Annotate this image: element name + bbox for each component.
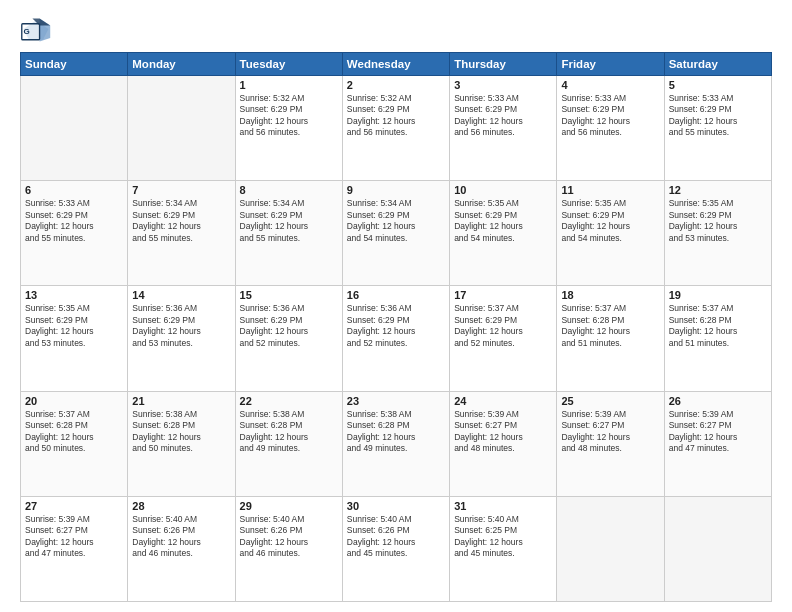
day-cell: 19Sunrise: 5:37 AMSunset: 6:28 PMDayligh… xyxy=(664,286,771,391)
day-cell: 9Sunrise: 5:34 AMSunset: 6:29 PMDaylight… xyxy=(342,181,449,286)
day-info: Sunrise: 5:39 AMSunset: 6:27 PMDaylight:… xyxy=(561,409,659,455)
day-number: 8 xyxy=(240,184,338,196)
day-cell: 8Sunrise: 5:34 AMSunset: 6:29 PMDaylight… xyxy=(235,181,342,286)
day-number: 23 xyxy=(347,395,445,407)
day-number: 22 xyxy=(240,395,338,407)
day-number: 7 xyxy=(132,184,230,196)
day-number: 31 xyxy=(454,500,552,512)
day-number: 1 xyxy=(240,79,338,91)
weekday-sunday: Sunday xyxy=(21,53,128,76)
day-info: Sunrise: 5:38 AMSunset: 6:28 PMDaylight:… xyxy=(240,409,338,455)
svg-text:G: G xyxy=(24,27,30,36)
day-number: 4 xyxy=(561,79,659,91)
day-number: 30 xyxy=(347,500,445,512)
weekday-wednesday: Wednesday xyxy=(342,53,449,76)
day-cell xyxy=(664,496,771,601)
day-number: 15 xyxy=(240,289,338,301)
day-cell: 23Sunrise: 5:38 AMSunset: 6:28 PMDayligh… xyxy=(342,391,449,496)
day-cell: 14Sunrise: 5:36 AMSunset: 6:29 PMDayligh… xyxy=(128,286,235,391)
day-cell: 26Sunrise: 5:39 AMSunset: 6:27 PMDayligh… xyxy=(664,391,771,496)
day-info: Sunrise: 5:39 AMSunset: 6:27 PMDaylight:… xyxy=(25,514,123,560)
day-number: 16 xyxy=(347,289,445,301)
day-number: 21 xyxy=(132,395,230,407)
day-cell: 24Sunrise: 5:39 AMSunset: 6:27 PMDayligh… xyxy=(450,391,557,496)
day-info: Sunrise: 5:33 AMSunset: 6:29 PMDaylight:… xyxy=(25,198,123,244)
day-info: Sunrise: 5:37 AMSunset: 6:28 PMDaylight:… xyxy=(669,303,767,349)
day-cell: 17Sunrise: 5:37 AMSunset: 6:29 PMDayligh… xyxy=(450,286,557,391)
header: G xyxy=(20,16,772,44)
day-info: Sunrise: 5:39 AMSunset: 6:27 PMDaylight:… xyxy=(669,409,767,455)
day-info: Sunrise: 5:33 AMSunset: 6:29 PMDaylight:… xyxy=(454,93,552,139)
day-cell: 4Sunrise: 5:33 AMSunset: 6:29 PMDaylight… xyxy=(557,76,664,181)
day-info: Sunrise: 5:36 AMSunset: 6:29 PMDaylight:… xyxy=(240,303,338,349)
week-row-1: 1Sunrise: 5:32 AMSunset: 6:29 PMDaylight… xyxy=(21,76,772,181)
day-cell: 10Sunrise: 5:35 AMSunset: 6:29 PMDayligh… xyxy=(450,181,557,286)
calendar-table: SundayMondayTuesdayWednesdayThursdayFrid… xyxy=(20,52,772,602)
day-number: 18 xyxy=(561,289,659,301)
day-number: 26 xyxy=(669,395,767,407)
day-info: Sunrise: 5:40 AMSunset: 6:26 PMDaylight:… xyxy=(132,514,230,560)
day-cell: 6Sunrise: 5:33 AMSunset: 6:29 PMDaylight… xyxy=(21,181,128,286)
day-number: 6 xyxy=(25,184,123,196)
day-info: Sunrise: 5:34 AMSunset: 6:29 PMDaylight:… xyxy=(347,198,445,244)
weekday-thursday: Thursday xyxy=(450,53,557,76)
page: G SundayMondayTuesdayWednesdayThursdayFr… xyxy=(0,0,792,612)
day-cell: 20Sunrise: 5:37 AMSunset: 6:28 PMDayligh… xyxy=(21,391,128,496)
day-info: Sunrise: 5:36 AMSunset: 6:29 PMDaylight:… xyxy=(347,303,445,349)
day-cell: 21Sunrise: 5:38 AMSunset: 6:28 PMDayligh… xyxy=(128,391,235,496)
day-cell: 13Sunrise: 5:35 AMSunset: 6:29 PMDayligh… xyxy=(21,286,128,391)
day-cell xyxy=(21,76,128,181)
day-number: 24 xyxy=(454,395,552,407)
day-cell: 1Sunrise: 5:32 AMSunset: 6:29 PMDaylight… xyxy=(235,76,342,181)
day-number: 19 xyxy=(669,289,767,301)
day-cell: 11Sunrise: 5:35 AMSunset: 6:29 PMDayligh… xyxy=(557,181,664,286)
day-number: 17 xyxy=(454,289,552,301)
day-info: Sunrise: 5:32 AMSunset: 6:29 PMDaylight:… xyxy=(240,93,338,139)
day-info: Sunrise: 5:33 AMSunset: 6:29 PMDaylight:… xyxy=(561,93,659,139)
day-cell: 5Sunrise: 5:33 AMSunset: 6:29 PMDaylight… xyxy=(664,76,771,181)
day-number: 20 xyxy=(25,395,123,407)
day-info: Sunrise: 5:37 AMSunset: 6:29 PMDaylight:… xyxy=(454,303,552,349)
day-info: Sunrise: 5:33 AMSunset: 6:29 PMDaylight:… xyxy=(669,93,767,139)
day-info: Sunrise: 5:39 AMSunset: 6:27 PMDaylight:… xyxy=(454,409,552,455)
weekday-monday: Monday xyxy=(128,53,235,76)
day-info: Sunrise: 5:34 AMSunset: 6:29 PMDaylight:… xyxy=(240,198,338,244)
week-row-2: 6Sunrise: 5:33 AMSunset: 6:29 PMDaylight… xyxy=(21,181,772,286)
day-info: Sunrise: 5:40 AMSunset: 6:25 PMDaylight:… xyxy=(454,514,552,560)
weekday-friday: Friday xyxy=(557,53,664,76)
day-cell: 15Sunrise: 5:36 AMSunset: 6:29 PMDayligh… xyxy=(235,286,342,391)
day-number: 9 xyxy=(347,184,445,196)
day-number: 25 xyxy=(561,395,659,407)
day-cell: 28Sunrise: 5:40 AMSunset: 6:26 PMDayligh… xyxy=(128,496,235,601)
day-number: 12 xyxy=(669,184,767,196)
day-cell: 18Sunrise: 5:37 AMSunset: 6:28 PMDayligh… xyxy=(557,286,664,391)
weekday-saturday: Saturday xyxy=(664,53,771,76)
day-number: 29 xyxy=(240,500,338,512)
day-cell: 3Sunrise: 5:33 AMSunset: 6:29 PMDaylight… xyxy=(450,76,557,181)
day-number: 11 xyxy=(561,184,659,196)
day-cell: 22Sunrise: 5:38 AMSunset: 6:28 PMDayligh… xyxy=(235,391,342,496)
generalblue-logo-icon: G xyxy=(20,16,52,44)
day-number: 27 xyxy=(25,500,123,512)
day-info: Sunrise: 5:36 AMSunset: 6:29 PMDaylight:… xyxy=(132,303,230,349)
day-cell xyxy=(128,76,235,181)
day-cell: 30Sunrise: 5:40 AMSunset: 6:26 PMDayligh… xyxy=(342,496,449,601)
day-info: Sunrise: 5:35 AMSunset: 6:29 PMDaylight:… xyxy=(454,198,552,244)
day-cell: 7Sunrise: 5:34 AMSunset: 6:29 PMDaylight… xyxy=(128,181,235,286)
day-info: Sunrise: 5:37 AMSunset: 6:28 PMDaylight:… xyxy=(25,409,123,455)
day-cell xyxy=(557,496,664,601)
day-cell: 31Sunrise: 5:40 AMSunset: 6:25 PMDayligh… xyxy=(450,496,557,601)
day-number: 10 xyxy=(454,184,552,196)
day-cell: 12Sunrise: 5:35 AMSunset: 6:29 PMDayligh… xyxy=(664,181,771,286)
day-number: 13 xyxy=(25,289,123,301)
week-row-4: 20Sunrise: 5:37 AMSunset: 6:28 PMDayligh… xyxy=(21,391,772,496)
day-info: Sunrise: 5:35 AMSunset: 6:29 PMDaylight:… xyxy=(561,198,659,244)
day-number: 28 xyxy=(132,500,230,512)
day-info: Sunrise: 5:35 AMSunset: 6:29 PMDaylight:… xyxy=(25,303,123,349)
day-cell: 25Sunrise: 5:39 AMSunset: 6:27 PMDayligh… xyxy=(557,391,664,496)
day-cell: 29Sunrise: 5:40 AMSunset: 6:26 PMDayligh… xyxy=(235,496,342,601)
day-number: 14 xyxy=(132,289,230,301)
day-cell: 27Sunrise: 5:39 AMSunset: 6:27 PMDayligh… xyxy=(21,496,128,601)
weekday-tuesday: Tuesday xyxy=(235,53,342,76)
logo: G xyxy=(20,16,56,44)
